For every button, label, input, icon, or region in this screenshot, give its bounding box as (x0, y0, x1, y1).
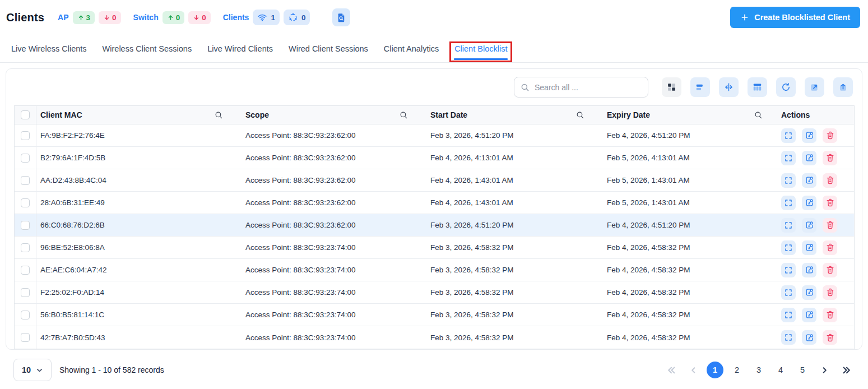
list-view-icon (695, 82, 705, 92)
expand-row-button[interactable] (781, 285, 796, 300)
expand-row-button[interactable] (781, 308, 796, 322)
next-page-button[interactable] (816, 362, 833, 378)
edit-row-button[interactable] (802, 128, 816, 143)
row-checkbox[interactable] (21, 198, 30, 207)
row-checkbox[interactable] (21, 266, 30, 275)
expand-row-button[interactable] (781, 240, 796, 255)
edit-row-button[interactable] (802, 263, 816, 277)
select-all-checkbox[interactable] (21, 110, 30, 119)
tab-wired-client-sessions[interactable]: Wired Client Sessions (288, 35, 369, 62)
page-number-button[interactable]: 5 (794, 362, 811, 378)
ap-up-badge[interactable]: 3 (73, 11, 95, 24)
row-checkbox[interactable] (21, 131, 30, 140)
ap-label[interactable]: AP (58, 13, 68, 22)
column-label: Scope (245, 110, 269, 119)
page-number-button[interactable]: 2 (728, 362, 745, 378)
delete-row-button[interactable] (823, 240, 837, 255)
delete-row-button[interactable] (823, 308, 837, 322)
delete-row-button[interactable] (823, 173, 837, 188)
delete-row-button[interactable] (823, 196, 837, 210)
page-number-button[interactable]: 3 (750, 362, 767, 378)
list-view-button[interactable] (690, 77, 710, 97)
fit-columns-button[interactable] (719, 77, 739, 97)
tab-client-analytics[interactable]: Client Analytics (383, 35, 439, 62)
open-expand-button[interactable] (805, 77, 824, 97)
column-search-icon[interactable] (575, 110, 585, 120)
switch-up-badge[interactable]: 0 (163, 11, 185, 24)
column-search-icon[interactable] (399, 110, 409, 120)
scope-cell: Access Point: 88:3C:93:23:62:00 (237, 169, 422, 191)
column-header-start-date[interactable]: Start Date (422, 106, 598, 124)
mesh-clients-badge[interactable]: 0 (284, 10, 310, 25)
tiles-view-button[interactable] (662, 77, 681, 97)
wireless-clients-badge[interactable]: 1 (253, 10, 280, 25)
export-button[interactable] (833, 77, 853, 97)
manage-columns-icon (752, 82, 763, 92)
expiry-date-cell: Feb 5, 2026, 1:43:01 AM (598, 192, 777, 214)
delete-row-button[interactable] (823, 330, 837, 345)
last-page-button[interactable] (838, 362, 855, 378)
create-blocklisted-client-button[interactable]: Create Blocklisted Client (730, 7, 860, 28)
page-number-button[interactable]: 4 (772, 362, 789, 378)
tab-wireless-client-sessions[interactable]: Wireless Client Sessions (102, 35, 193, 62)
manage-columns-button[interactable] (748, 77, 767, 97)
expand-corners-icon (784, 288, 793, 297)
edit-icon (805, 220, 814, 230)
page-number-button[interactable]: 1 (707, 362, 723, 378)
column-header-client-mac[interactable]: Client MAC (36, 106, 237, 124)
expand-row-button[interactable] (781, 263, 796, 277)
records-summary: Showing 1 - 10 of 582 records (59, 365, 164, 374)
clients-label[interactable]: Clients (223, 13, 249, 22)
fit-columns-icon (723, 82, 734, 92)
expand-row-button[interactable] (781, 196, 796, 210)
delete-row-button[interactable] (823, 128, 837, 143)
pager: 12345 (663, 362, 855, 378)
delete-row-button[interactable] (823, 263, 837, 277)
column-search-icon[interactable] (214, 110, 224, 120)
tab-client-blocklist[interactable]: Client Blocklist (454, 35, 508, 62)
column-header-scope[interactable]: Scope (237, 106, 422, 124)
tab-live-wireless-clients[interactable]: Live Wireless Clients (11, 35, 87, 62)
edit-row-button[interactable] (802, 151, 816, 165)
client-mac-cell: 28:A0:6B:31:EE:49 (36, 192, 237, 214)
page-size-select[interactable]: 10 (13, 359, 52, 381)
edit-row-button[interactable] (802, 330, 816, 345)
delete-row-button[interactable] (823, 285, 837, 300)
refresh-button[interactable] (776, 77, 796, 97)
edit-row-button[interactable] (802, 285, 816, 300)
expand-row-button[interactable] (781, 128, 796, 143)
client-search-shortcut-button[interactable] (332, 8, 350, 26)
expand-row-button[interactable] (781, 330, 796, 345)
row-checkbox[interactable] (21, 176, 30, 185)
edit-row-button[interactable] (802, 173, 816, 188)
edit-row-button[interactable] (802, 240, 816, 255)
row-checkbox[interactable] (21, 243, 30, 252)
delete-row-button[interactable] (823, 151, 837, 165)
edit-icon (805, 131, 814, 140)
edit-icon (805, 333, 814, 342)
row-checkbox[interactable] (21, 221, 30, 230)
column-label: Client MAC (40, 110, 82, 119)
expand-row-button[interactable] (781, 173, 796, 188)
column-search-icon[interactable] (754, 110, 763, 120)
edit-row-button[interactable] (802, 218, 816, 233)
column-header-expiry-date[interactable]: Expiry Date (598, 106, 777, 124)
row-checkbox[interactable] (21, 333, 30, 342)
prev-page-button[interactable] (685, 362, 702, 378)
tab-live-wired-clients[interactable]: Live Wired Clients (207, 35, 273, 62)
arrow-up-icon (77, 14, 85, 21)
table-row: 56:B0:B5:81:14:1C Access Point: 88:3C:93… (15, 304, 854, 326)
row-checkbox[interactable] (21, 154, 30, 163)
delete-row-button[interactable] (823, 218, 837, 233)
switch-label[interactable]: Switch (133, 13, 159, 22)
expand-row-button[interactable] (781, 218, 796, 233)
ap-down-badge[interactable]: 0 (99, 11, 121, 24)
edit-row-button[interactable] (802, 196, 816, 210)
search-input[interactable] (535, 83, 642, 92)
row-checkbox[interactable] (21, 311, 30, 319)
first-page-button[interactable] (663, 362, 680, 378)
switch-down-badge[interactable]: 0 (188, 11, 211, 24)
expand-row-button[interactable] (781, 151, 796, 165)
row-checkbox[interactable] (21, 288, 30, 297)
edit-row-button[interactable] (802, 308, 816, 322)
